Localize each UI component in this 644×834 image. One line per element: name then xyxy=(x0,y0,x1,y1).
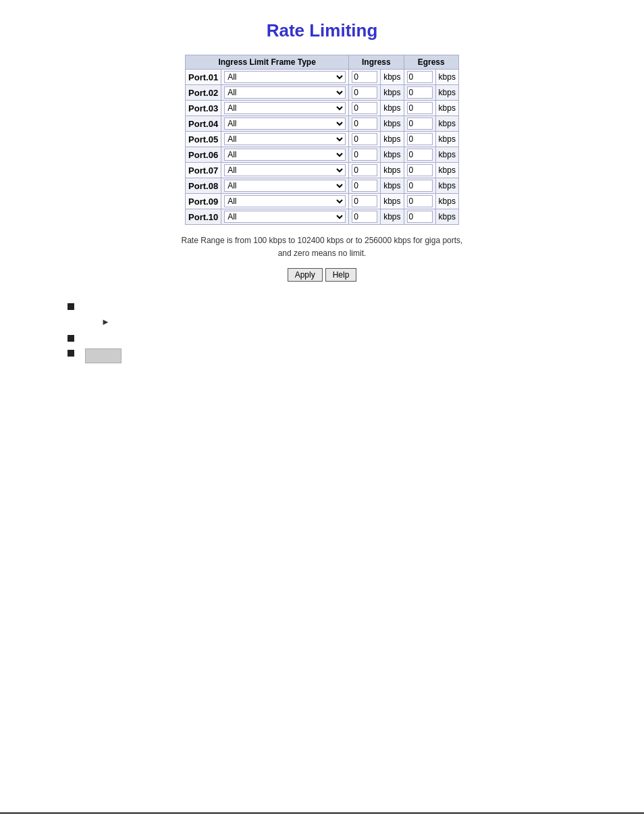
egress-kbps-7: kbps xyxy=(435,163,458,178)
egress-cell-9[interactable] xyxy=(404,194,435,209)
ingress-kbps-3: kbps xyxy=(381,101,404,116)
page-title: Rate Limiting xyxy=(14,20,630,41)
ingress-kbps-5: kbps xyxy=(381,132,404,147)
port-label-8: Port.08 xyxy=(186,178,221,194)
frame-type-cell-1[interactable]: AllBroadcast onlyBroadcast & MulticastBr… xyxy=(221,70,349,85)
egress-kbps-6: kbps xyxy=(435,147,458,163)
bullet-icon-2 xyxy=(68,335,74,342)
frame-type-cell-3[interactable]: AllBroadcast onlyBroadcast & MulticastBr… xyxy=(221,101,349,116)
egress-cell-4[interactable] xyxy=(404,116,435,132)
egress-input-9[interactable] xyxy=(407,195,433,207)
ingress-input-6[interactable] xyxy=(352,149,377,161)
egress-cell-3[interactable] xyxy=(404,101,435,116)
egress-input-5[interactable] xyxy=(407,133,433,145)
port-label-6: Port.06 xyxy=(186,147,221,163)
bullet-icon-3 xyxy=(68,350,74,357)
ingress-input-9[interactable] xyxy=(352,195,377,207)
egress-kbps-8: kbps xyxy=(435,178,458,194)
frame-type-cell-6[interactable]: AllBroadcast onlyBroadcast & MulticastBr… xyxy=(221,147,349,163)
ingress-kbps-2: kbps xyxy=(381,85,404,101)
ingress-input-7[interactable] xyxy=(352,164,377,176)
egress-kbps-2: kbps xyxy=(435,85,458,101)
apply-button[interactable]: Apply xyxy=(288,268,323,282)
egress-cell-6[interactable] xyxy=(404,147,435,163)
port-label-2: Port.02 xyxy=(186,85,221,101)
egress-input-10[interactable] xyxy=(407,211,433,223)
frame-type-cell-2[interactable]: AllBroadcast onlyBroadcast & MulticastBr… xyxy=(221,85,349,101)
egress-cell-1[interactable] xyxy=(404,70,435,85)
table-wrapper: Ingress Limit Frame Type Ingress Egress … xyxy=(14,55,630,225)
ingress-cell-10[interactable] xyxy=(349,209,381,225)
legend-item-1 xyxy=(68,302,630,310)
egress-input-4[interactable] xyxy=(407,118,433,130)
ingress-input-8[interactable] xyxy=(352,180,377,192)
ingress-cell-8[interactable] xyxy=(349,178,381,194)
port-label-9: Port.09 xyxy=(186,194,221,209)
frame-type-cell-5[interactable]: AllBroadcast onlyBroadcast & MulticastBr… xyxy=(221,132,349,147)
legend-item-2 xyxy=(68,334,630,342)
gray-box xyxy=(85,348,122,363)
port-label-7: Port.07 xyxy=(186,163,221,178)
egress-input-8[interactable] xyxy=(407,180,433,192)
frame-type-select-6[interactable]: AllBroadcast onlyBroadcast & MulticastBr… xyxy=(224,149,346,161)
ingress-input-2[interactable] xyxy=(352,86,377,99)
ingress-cell-1[interactable] xyxy=(349,70,381,85)
ingress-cell-3[interactable] xyxy=(349,101,381,116)
egress-cell-8[interactable] xyxy=(404,178,435,194)
note-line1: Rate Range is from 100 kbps to 102400 kb… xyxy=(182,236,463,245)
ingress-kbps-7: kbps xyxy=(381,163,404,178)
egress-input-3[interactable] xyxy=(407,102,433,114)
egress-kbps-4: kbps xyxy=(435,116,458,132)
egress-cell-5[interactable] xyxy=(404,132,435,147)
legend-sub: ► xyxy=(68,317,630,327)
egress-kbps-5: kbps xyxy=(435,132,458,147)
help-button[interactable]: Help xyxy=(325,268,357,282)
rate-note: Rate Range is from 100 kbps to 102400 kb… xyxy=(14,234,630,260)
page-wrapper: Rate Limiting Ingress Limit Frame Type I… xyxy=(0,0,644,834)
frame-type-select-1[interactable]: AllBroadcast onlyBroadcast & MulticastBr… xyxy=(224,71,346,83)
egress-input-7[interactable] xyxy=(407,164,433,176)
ingress-kbps-9: kbps xyxy=(381,194,404,209)
frame-type-cell-8[interactable]: AllBroadcast onlyBroadcast & MulticastBr… xyxy=(221,178,349,194)
egress-input-2[interactable] xyxy=(407,86,433,99)
ingress-input-1[interactable] xyxy=(352,71,377,83)
frame-type-select-7[interactable]: AllBroadcast onlyBroadcast & MulticastBr… xyxy=(224,164,346,176)
ingress-kbps-10: kbps xyxy=(381,209,404,225)
header-frame-type: Ingress Limit Frame Type xyxy=(186,55,349,70)
port-label-5: Port.05 xyxy=(186,132,221,147)
egress-cell-2[interactable] xyxy=(404,85,435,101)
egress-kbps-9: kbps xyxy=(435,194,458,209)
ingress-input-5[interactable] xyxy=(352,133,377,145)
frame-type-select-3[interactable]: AllBroadcast onlyBroadcast & MulticastBr… xyxy=(224,102,346,114)
ingress-input-3[interactable] xyxy=(352,102,377,114)
frame-type-select-9[interactable]: AllBroadcast onlyBroadcast & MulticastBr… xyxy=(224,195,346,207)
ingress-cell-2[interactable] xyxy=(349,85,381,101)
frame-type-cell-10[interactable]: AllBroadcast onlyBroadcast & MulticastBr… xyxy=(221,209,349,225)
frame-type-cell-4[interactable]: AllBroadcast onlyBroadcast & MulticastBr… xyxy=(221,116,349,132)
egress-input-6[interactable] xyxy=(407,149,433,161)
rate-limiting-table: Ingress Limit Frame Type Ingress Egress … xyxy=(185,55,459,225)
frame-type-select-5[interactable]: AllBroadcast onlyBroadcast & MulticastBr… xyxy=(224,133,346,145)
frame-type-select-2[interactable]: AllBroadcast onlyBroadcast & MulticastBr… xyxy=(224,86,346,99)
frame-type-select-4[interactable]: AllBroadcast onlyBroadcast & MulticastBr… xyxy=(224,118,346,130)
egress-kbps-10: kbps xyxy=(435,209,458,225)
ingress-kbps-4: kbps xyxy=(381,116,404,132)
egress-cell-7[interactable] xyxy=(404,163,435,178)
ingress-cell-9[interactable] xyxy=(349,194,381,209)
frame-type-cell-7[interactable]: AllBroadcast onlyBroadcast & MulticastBr… xyxy=(221,163,349,178)
frame-type-select-8[interactable]: AllBroadcast onlyBroadcast & MulticastBr… xyxy=(224,180,346,192)
ingress-input-10[interactable] xyxy=(352,211,377,223)
ingress-cell-7[interactable] xyxy=(349,163,381,178)
ingress-cell-5[interactable] xyxy=(349,132,381,147)
ingress-kbps-8: kbps xyxy=(381,178,404,194)
port-label-1: Port.01 xyxy=(186,70,221,85)
egress-cell-10[interactable] xyxy=(404,209,435,225)
frame-type-select-10[interactable]: AllBroadcast onlyBroadcast & MulticastBr… xyxy=(224,211,346,223)
egress-kbps-3: kbps xyxy=(435,101,458,116)
ingress-input-4[interactable] xyxy=(352,118,377,130)
egress-input-1[interactable] xyxy=(407,71,433,83)
ingress-cell-4[interactable] xyxy=(349,116,381,132)
ingress-cell-6[interactable] xyxy=(349,147,381,163)
bullet-icon-1 xyxy=(68,303,74,310)
frame-type-cell-9[interactable]: AllBroadcast onlyBroadcast & MulticastBr… xyxy=(221,194,349,209)
